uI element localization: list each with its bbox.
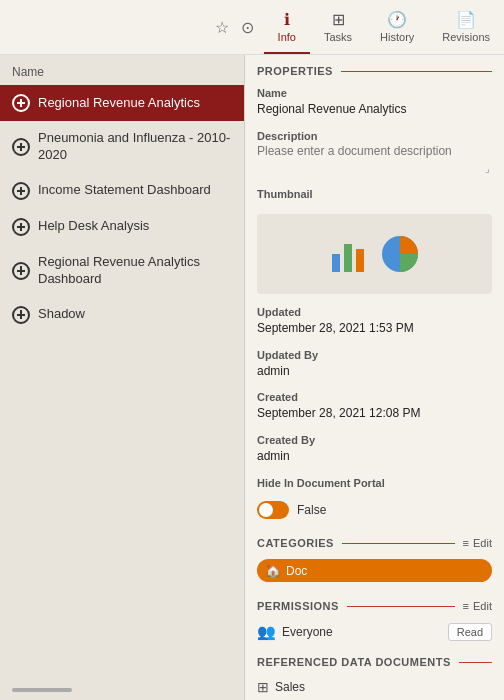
list-item[interactable]: Help Desk Analysis: [0, 209, 244, 245]
permissions-edit-button[interactable]: ≡ Edit: [463, 600, 492, 612]
property-thumbnail-group: Thumbnail: [245, 184, 504, 210]
hide-label: Hide In Document Portal: [257, 477, 492, 489]
list-item-label: Regional Revenue Analytics Dashboard: [38, 254, 232, 288]
updated-by-value: admin: [257, 363, 492, 380]
doc-tag-label: Doc: [286, 564, 307, 578]
toggle-row: False: [245, 499, 504, 527]
referenced-divider: [459, 662, 492, 663]
name-label: Name: [257, 87, 492, 99]
categories-divider: [342, 543, 455, 544]
list-item[interactable]: Pneumonia and Influenza - 2010-2020: [0, 121, 244, 173]
tasks-tab-icon: ⊞: [332, 10, 345, 29]
categories-edit-label: Edit: [473, 537, 492, 549]
edit-list-icon-2: ≡: [463, 600, 469, 612]
toggle-knob: [259, 503, 273, 517]
ref-row: ⊞ Sales: [245, 674, 504, 700]
globe-icon: [12, 182, 30, 200]
permission-badge: Read: [448, 623, 492, 641]
property-hide-group: Hide In Document Portal: [245, 473, 504, 499]
name-value: Regional Revenue Analytics: [257, 101, 492, 118]
globe-icon: [12, 218, 30, 236]
property-description-group: Description ⌟: [245, 126, 504, 184]
updated-value: September 28, 2021 1:53 PM: [257, 320, 492, 337]
globe-icon: [12, 262, 30, 280]
pie-chart-icon: [380, 234, 420, 274]
ref-name: Sales: [275, 680, 305, 694]
description-label: Description: [257, 130, 492, 142]
permission-row: 👥 Everyone Read: [245, 618, 504, 646]
properties-divider: [341, 71, 492, 72]
tab-tasks[interactable]: ⊞ Tasks: [310, 0, 366, 54]
referenced-title: REFERENCED DATA DOCUMENTS: [257, 656, 451, 668]
tab-revisions-label: Revisions: [442, 31, 490, 43]
categories-section-header: CATEGORIES ≡ Edit: [245, 527, 504, 555]
permissions-section-header: PERMISSIONS ≡ Edit: [245, 590, 504, 618]
doc-tag-icon: 🏠: [265, 563, 281, 578]
bar-chart-icon: [330, 234, 380, 274]
properties-section-header: PROPERTIES: [245, 55, 504, 83]
permissions-edit-label: Edit: [473, 600, 492, 612]
top-nav-spacer: ☆ ⊙: [0, 0, 264, 54]
top-nav: ☆ ⊙ ℹ Info ⊞ Tasks 🕐 History 📄 Revisions: [0, 0, 504, 55]
revisions-tab-icon: 📄: [456, 10, 476, 29]
updated-label: Updated: [257, 306, 492, 318]
property-updated-group: Updated September 28, 2021 1:53 PM: [245, 302, 504, 345]
tab-history[interactable]: 🕐 History: [366, 0, 428, 54]
thumbnail-content: [330, 234, 420, 274]
permissions-divider: [347, 606, 455, 607]
svg-rect-0: [332, 254, 340, 272]
list-item-label: Income Statement Dashboard: [38, 182, 232, 199]
category-tag-doc[interactable]: 🏠 Doc: [257, 559, 492, 582]
categories-title: CATEGORIES: [257, 537, 334, 549]
created-by-label: Created By: [257, 434, 492, 446]
resize-handle[interactable]: ⌟: [485, 163, 490, 174]
list-item[interactable]: Income Statement Dashboard: [0, 173, 244, 209]
list-item[interactable]: Shadow: [0, 297, 244, 333]
property-name-group: Name Regional Revenue Analytics: [245, 83, 504, 126]
list-item[interactable]: Regional Revenue Analytics Dashboard: [0, 245, 244, 297]
properties-title: PROPERTIES: [257, 65, 333, 77]
referenced-section-header: REFERENCED DATA DOCUMENTS: [245, 646, 504, 674]
created-value: September 28, 2021 12:08 PM: [257, 405, 492, 422]
created-label: Created: [257, 391, 492, 403]
star-button[interactable]: ☆: [215, 18, 229, 37]
thumbnail-label: Thumbnail: [257, 188, 492, 200]
svg-rect-2: [356, 249, 364, 272]
property-created-group: Created September 28, 2021 12:08 PM: [245, 387, 504, 430]
history-tab-icon: 🕐: [387, 10, 407, 29]
right-panel: PROPERTIES Name Regional Revenue Analyti…: [245, 55, 504, 700]
tab-tasks-label: Tasks: [324, 31, 352, 43]
updated-by-label: Updated By: [257, 349, 492, 361]
info-button[interactable]: ⊙: [241, 18, 254, 37]
sales-table-icon: ⊞: [257, 679, 269, 695]
list-item-label: Shadow: [38, 306, 232, 323]
edit-list-icon: ≡: [463, 537, 469, 549]
globe-icon: [12, 306, 30, 324]
created-by-value: admin: [257, 448, 492, 465]
list-item-label: Regional Revenue Analytics: [38, 95, 232, 112]
categories-edit-button[interactable]: ≡ Edit: [463, 537, 492, 549]
info-tab-icon: ℹ: [284, 10, 290, 29]
globe-icon: [12, 94, 30, 112]
list-item[interactable]: Regional Revenue Analytics: [0, 85, 244, 121]
hide-portal-toggle[interactable]: [257, 501, 289, 519]
permission-name: Everyone: [282, 625, 442, 639]
description-container: ⌟: [257, 144, 492, 176]
property-created-by-group: Created By admin: [245, 430, 504, 473]
hide-portal-value: False: [297, 503, 326, 517]
tab-history-label: History: [380, 31, 414, 43]
tab-revisions[interactable]: 📄 Revisions: [428, 0, 504, 54]
left-panel: Name Regional Revenue Analytics Pneumoni…: [0, 55, 245, 700]
main-content: Name Regional Revenue Analytics Pneumoni…: [0, 55, 504, 700]
thumbnail-box: [257, 214, 492, 294]
list-header: Name: [0, 55, 244, 85]
permissions-title: PERMISSIONS: [257, 600, 339, 612]
description-input[interactable]: [257, 144, 492, 172]
scroll-indicator: [12, 688, 72, 692]
tab-info-label: Info: [278, 31, 296, 43]
property-updated-by-group: Updated By admin: [245, 345, 504, 388]
tab-info[interactable]: ℹ Info: [264, 0, 310, 54]
everyone-icon: 👥: [257, 623, 276, 641]
list-item-label: Pneumonia and Influenza - 2010-2020: [38, 130, 232, 164]
globe-icon: [12, 138, 30, 156]
